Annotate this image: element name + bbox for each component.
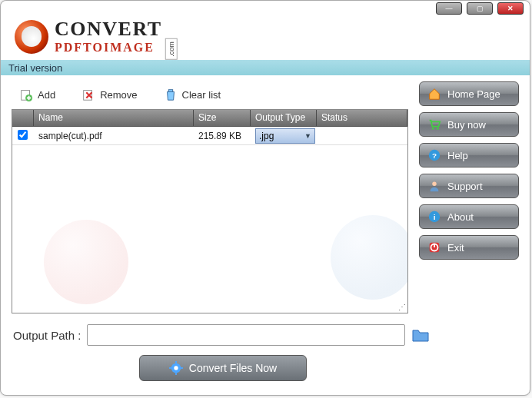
browse-folder-button[interactable]: [411, 327, 430, 343]
svg-rect-3: [168, 90, 172, 92]
row-name: sample(cut).pdf: [34, 131, 194, 141]
exit-label: Exit: [447, 242, 464, 254]
info-icon: i: [427, 210, 441, 224]
svg-rect-2: [84, 91, 92, 101]
col-size[interactable]: Size: [194, 110, 251, 126]
add-label: Add: [38, 89, 55, 101]
svg-rect-16: [175, 361, 177, 364]
clear-icon: [164, 88, 178, 101]
clear-label: Clear list: [182, 89, 221, 101]
close-button[interactable]: ✕: [497, 2, 524, 15]
svg-rect-18: [169, 367, 172, 369]
add-button[interactable]: Add: [19, 88, 55, 101]
col-name[interactable]: Name: [34, 110, 194, 126]
logo-icon: [15, 20, 48, 54]
maximize-button[interactable]: ▢: [467, 2, 493, 15]
about-button[interactable]: i About: [419, 204, 519, 229]
trial-banner: Trial version: [1, 60, 530, 75]
svg-point-8: [432, 182, 436, 186]
svg-text:?: ?: [432, 151, 437, 160]
svg-point-4: [432, 128, 434, 130]
file-grid: Name Size Output Type Status sample(cut)…: [12, 109, 408, 313]
minimize-button[interactable]: —: [436, 2, 462, 15]
output-path-label: Output Path :: [13, 329, 81, 342]
trial-text: Trial version: [8, 62, 62, 74]
buy-label: Buy now: [447, 119, 486, 131]
brand-line2: PDFTOIMAGE: [55, 41, 155, 54]
help-label: Help: [447, 150, 468, 161]
cart-icon: [427, 118, 441, 131]
col-status[interactable]: Status: [317, 110, 407, 126]
support-button[interactable]: Support: [419, 174, 519, 198]
power-icon: [427, 240, 441, 254]
clear-list-button[interactable]: Clear list: [164, 88, 221, 101]
svg-rect-17: [175, 372, 177, 375]
grid-header: Name Size Output Type Status: [12, 110, 407, 127]
home-page-button[interactable]: Home Page: [419, 81, 519, 106]
brand-suffix: .com: [165, 38, 178, 60]
row-checkbox[interactable]: [18, 130, 28, 140]
help-button[interactable]: ? Help: [419, 143, 519, 167]
remove-label: Remove: [100, 89, 137, 101]
help-icon: ?: [427, 148, 441, 162]
exit-button[interactable]: Exit: [419, 235, 519, 260]
output-value: .jpg: [259, 131, 274, 141]
remove-icon: [81, 88, 95, 101]
resize-grip[interactable]: ⋰: [398, 303, 406, 311]
brand-line1: CONVERT: [55, 18, 182, 41]
svg-rect-19: [180, 367, 183, 369]
sidebar: Home Page Buy now ? Help Support i About…: [419, 81, 519, 313]
main-window: — ▢ ✕ CONVERT PDFTOIMAGE .com Trial vers…: [0, 0, 530, 396]
svg-point-5: [437, 128, 439, 130]
svg-point-15: [174, 366, 178, 370]
logo: CONVERT PDFTOIMAGE .com: [1, 15, 530, 60]
titlebar: — ▢ ✕: [1, 1, 530, 15]
add-icon: [19, 88, 33, 101]
toolbar: Add Remove Clear list: [12, 81, 408, 109]
gear-icon: [169, 361, 183, 375]
output-path-row: Output Path :: [1, 313, 530, 346]
home-icon: [427, 87, 441, 101]
convert-label: Convert Files Now: [189, 362, 277, 374]
remove-button[interactable]: Remove: [81, 88, 137, 101]
convert-files-button[interactable]: Convert Files Now: [139, 355, 307, 381]
col-check[interactable]: [12, 110, 34, 126]
about-label: About: [447, 211, 474, 223]
svg-text:i: i: [434, 213, 436, 221]
home-label: Home Page: [447, 88, 500, 100]
output-path-input[interactable]: [87, 324, 405, 346]
col-output[interactable]: Output Type: [251, 110, 317, 126]
buy-now-button[interactable]: Buy now: [419, 112, 519, 137]
row-size: 215.89 KB: [194, 131, 251, 141]
support-icon: [427, 179, 441, 193]
support-label: Support: [447, 181, 483, 192]
chevron-down-icon: ▼: [304, 132, 311, 140]
table-row[interactable]: sample(cut).pdf 215.89 KB .jpg ▼: [12, 127, 407, 145]
output-type-select[interactable]: .jpg ▼: [255, 128, 315, 144]
